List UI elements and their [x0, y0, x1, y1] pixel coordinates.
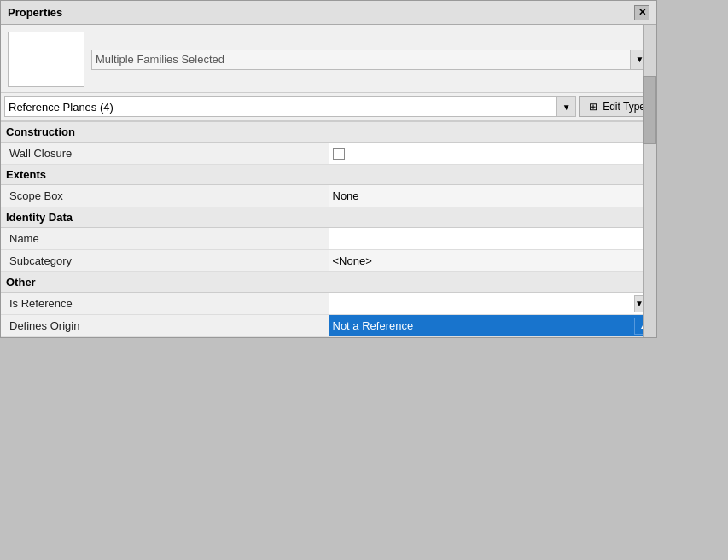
row-defines-origin: Defines Origin Not a Reference ▲ [1, 315, 656, 337]
family-selector: Multiple Families Selected ▼ [91, 50, 649, 70]
scrollbar-thumb[interactable] [643, 76, 656, 144]
label-wall-closure: Wall Closure [1, 143, 329, 165]
type-select-wrapper: Reference Planes (4) ▼ [4, 96, 576, 117]
type-select-input[interactable]: Reference Planes (4) [4, 96, 557, 117]
edit-type-icon: ⊞ [587, 101, 599, 113]
properties-table: Construction ^ Wall Closure Extents ^ Sc… [1, 121, 656, 337]
value-is-reference: ▼ [329, 293, 656, 315]
label-is-reference: Is Reference [1, 293, 329, 315]
row-wall-closure: Wall Closure [1, 143, 656, 165]
row-is-reference: Is Reference ▼ [1, 293, 656, 315]
label-scope-box: Scope Box [1, 185, 329, 207]
section-extents-label: Extents [6, 168, 46, 181]
section-construction-label: Construction [6, 125, 75, 138]
family-select-input[interactable]: Multiple Families Selected [91, 50, 631, 70]
section-identity-label: Identity Data [6, 211, 73, 224]
panel-title: Properties [8, 6, 62, 19]
value-scope-box: None [329, 185, 656, 207]
type-dropdown-arrow[interactable]: ▼ [557, 96, 576, 117]
thumbnail [8, 32, 84, 87]
section-other-label: Other [6, 276, 36, 289]
scrollbar-track [643, 25, 656, 337]
value-name [329, 228, 656, 250]
close-button[interactable]: ✕ [634, 5, 649, 20]
label-subcategory: Subcategory [1, 250, 329, 272]
label-name: Name [1, 228, 329, 250]
row-scope-box: Scope Box None [1, 185, 656, 207]
properties-panel: Properties ✕ Multiple Families Selected … [0, 0, 657, 338]
value-defines-origin: Not a Reference ▲ [329, 315, 656, 337]
section-extents: Extents ^ [1, 165, 656, 185]
label-defines-origin: Defines Origin [1, 315, 329, 337]
type-row: Reference Planes (4) ▼ ⊞ Edit Type [1, 93, 656, 121]
value-wall-closure [329, 143, 656, 165]
section-identity: Identity Data ^ [1, 207, 656, 228]
value-subcategory: <None> [329, 250, 656, 272]
title-bar: Properties ✕ [1, 1, 656, 25]
section-other: Other ^ [1, 272, 656, 293]
header-area: Multiple Families Selected ▼ [1, 25, 656, 93]
row-name: Name [1, 228, 656, 250]
edit-type-label: Edit Type [603, 101, 645, 113]
row-subcategory: Subcategory <None> [1, 250, 656, 272]
section-construction: Construction ^ [1, 122, 656, 143]
checkbox-wall-closure[interactable] [333, 148, 345, 160]
is-reference-wrapper: ▼ [333, 295, 654, 312]
defines-origin-text: Not a Reference [333, 319, 635, 332]
defines-origin-wrapper: Not a Reference ▲ [329, 316, 657, 336]
